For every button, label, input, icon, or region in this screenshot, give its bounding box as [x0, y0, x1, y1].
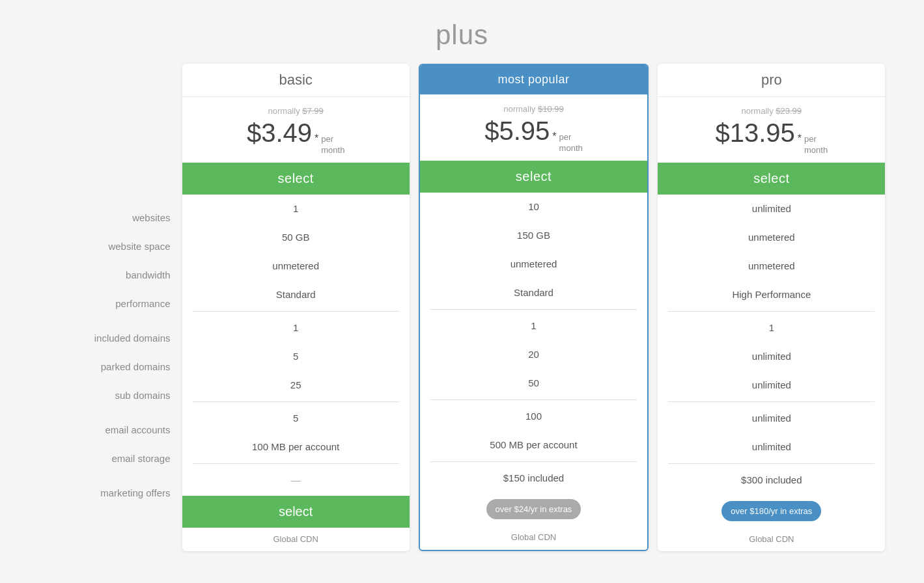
- row-labels: websites website space bandwidth perform…: [39, 64, 182, 507]
- plan-pro-asterisk: *: [798, 133, 802, 144]
- plan-pro-websites: unlimited: [658, 195, 885, 223]
- plan-basic-performance: Standard: [182, 280, 410, 309]
- plan-plus-features: 10 150 GB unmetered Standard 1 20 50 100…: [420, 193, 647, 493]
- plan-plus-header: most popular normally $10.99 $5.95 * per…: [420, 65, 647, 193]
- plan-plus-email-accounts: 100: [420, 402, 647, 431]
- plan-pro-badge-wrapper: over $180/yr in extras: [658, 495, 885, 528]
- plan-pro-website-space: unmetered: [658, 223, 885, 252]
- label-websites: websites: [132, 203, 170, 232]
- plan-basic-global-cdn: Global CDN: [182, 528, 410, 551]
- plan-plus-select-top[interactable]: select: [420, 161, 647, 193]
- plan-pro-parked-domains: unlimited: [658, 342, 885, 371]
- plan-pro-price-block: normally $23.99 $13.95 * per month: [658, 96, 885, 163]
- plan-plus-email-storage: 500 MB per account: [420, 431, 647, 459]
- plan-plus-asterisk: *: [552, 131, 556, 142]
- label-email-accounts: email accounts: [105, 415, 170, 444]
- plan-pro-select-top[interactable]: select: [658, 163, 885, 195]
- plan-plus-bandwidth: unmetered: [420, 250, 647, 278]
- plan-basic-price-value: $3.49: [247, 118, 312, 148]
- label-sub-domains: sub domains: [115, 381, 170, 409]
- plan-plus-sub-domains: 50: [420, 369, 647, 398]
- plan-plus-price-value: $5.95: [484, 116, 550, 146]
- plans-area: basic normally $7.99 $3.49 * per month: [182, 64, 886, 551]
- plan-pro-price-main: $13.95 * per month: [668, 118, 875, 156]
- plan-pro-global-cdn: Global CDN: [658, 528, 885, 551]
- plan-basic-price-block: normally $7.99 $3.49 * per month: [182, 96, 410, 163]
- plan-pro: pro normally $23.99 $13.95 * per month: [658, 64, 885, 551]
- plan-basic-original-price: $7.99: [302, 106, 324, 116]
- plan-plus-website-space: 150 GB: [420, 221, 647, 250]
- label-bandwidth: bandwidth: [126, 260, 170, 289]
- label-website-space: website space: [108, 232, 170, 260]
- plan-basic-website-space: 50 GB: [182, 223, 410, 252]
- plan-basic-features: 1 50 GB unmetered Standard 1 5 25 5 100 …: [182, 195, 410, 495]
- plan-plus-global-cdn: Global CDN: [420, 526, 647, 549]
- plan-plus-marketing-offers: $150 included: [420, 464, 647, 493]
- plan-pro-name: pro: [658, 64, 885, 96]
- plan-pro-header: pro normally $23.99 $13.95 * per month: [658, 64, 885, 195]
- plan-basic-normally: normally $7.99: [193, 106, 399, 116]
- plan-basic-marketing-offers: —: [182, 466, 410, 495]
- label-email-storage: email storage: [111, 444, 170, 472]
- plan-plus-included-domains: 1: [420, 312, 647, 340]
- label-included-domains: included domains: [94, 323, 171, 352]
- page-wrapper: plus websites website space bandwidth pe…: [0, 13, 924, 551]
- plan-basic-select-top[interactable]: select: [182, 163, 410, 195]
- plan-pro-features: unlimited unmetered unmetered High Perfo…: [658, 195, 885, 495]
- plan-pro-email-accounts: unlimited: [658, 404, 885, 433]
- plan-basic-bandwidth: unmetered: [182, 252, 410, 280]
- plan-pro-per-month: per month: [804, 134, 828, 156]
- plan-plus-normally: normally $10.99: [430, 104, 637, 114]
- plan-pro-performance: High Performance: [658, 280, 885, 309]
- plan-basic-per-month: per month: [321, 134, 344, 156]
- plan-basic-header: basic normally $7.99 $3.49 * per month: [182, 64, 410, 195]
- plan-basic-websites: 1: [182, 195, 410, 223]
- label-marketing-offers: marketing offers: [100, 478, 170, 507]
- plan-basic-name: basic: [182, 64, 410, 96]
- plan-plus-badge-wrapper: over $24/yr in extras: [420, 493, 647, 526]
- plan-basic-email-accounts: 5: [182, 404, 410, 433]
- plan-plus-parked-domains: 20: [420, 340, 647, 369]
- plan-basic-parked-domains: 5: [182, 342, 410, 371]
- plan-plus-websites: 10: [420, 193, 647, 221]
- label-performance: performance: [115, 289, 170, 318]
- page-title: plus: [436, 20, 488, 51]
- plan-pro-bandwidth: unmetered: [658, 252, 885, 280]
- plan-plus-per-month: per month: [559, 132, 583, 154]
- plan-basic-sub-domains: 25: [182, 371, 410, 400]
- plan-plus-performance: Standard: [420, 278, 647, 307]
- label-parked-domains: parked domains: [101, 352, 171, 381]
- plan-pro-normally: normally $23.99: [668, 106, 875, 116]
- plan-pro-included-domains: 1: [658, 314, 885, 342]
- plan-pro-extras-badge: over $180/yr in extras: [721, 501, 821, 521]
- plan-pro-sub-domains: unlimited: [658, 371, 885, 400]
- plan-plus-price-main: $5.95 * per month: [430, 116, 637, 154]
- plan-plus-price-block: normally $10.99 $5.95 * per month: [420, 94, 647, 161]
- plan-pro-marketing-offers: $300 included: [658, 466, 885, 495]
- plan-plus-original-price: $10.99: [538, 104, 564, 114]
- plan-pro-email-storage: unlimited: [658, 433, 885, 461]
- plan-basic-asterisk: *: [315, 133, 318, 144]
- plan-basic-select-bottom[interactable]: select: [182, 496, 410, 528]
- plan-basic: basic normally $7.99 $3.49 * per month: [182, 64, 410, 551]
- plan-basic-price-main: $3.49 * per month: [193, 118, 399, 156]
- plan-plus-name: most popular: [420, 65, 647, 94]
- pricing-container: websites website space bandwidth perform…: [39, 64, 886, 551]
- plan-pro-price-value: $13.95: [715, 118, 794, 148]
- plan-plus: most popular normally $10.99 $5.95 * per…: [419, 64, 649, 551]
- plan-basic-email-storage: 100 MB per account: [182, 433, 410, 461]
- plan-plus-extras-badge: over $24/yr in extras: [486, 499, 581, 519]
- plan-pro-original-price: $23.99: [776, 106, 802, 116]
- plan-basic-included-domains: 1: [182, 314, 410, 342]
